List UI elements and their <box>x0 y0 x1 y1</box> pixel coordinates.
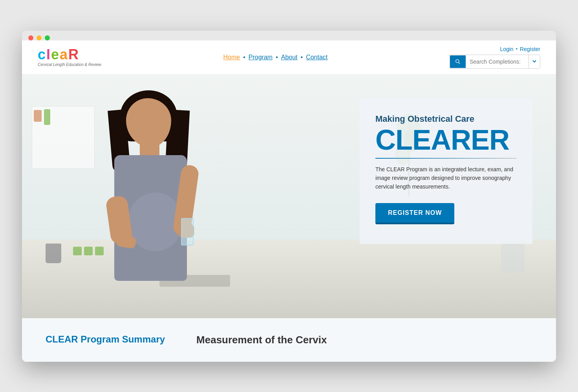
bottom-section: CLEAR Program Summary Measurement of the… <box>22 318 556 362</box>
chevron-down-icon <box>532 59 537 64</box>
bottom-left: CLEAR Program Summary <box>46 334 165 346</box>
search-bar <box>450 55 540 69</box>
svg-point-0 <box>456 59 459 62</box>
clear-program-summary-heading: CLEAR Program Summary <box>46 334 165 345</box>
nav-home[interactable]: Home <box>223 54 240 61</box>
search-icon <box>455 59 461 65</box>
nav-dot-1: • <box>243 54 245 61</box>
logo[interactable]: cIeaR <box>38 48 101 62</box>
shelf-item-2 <box>44 109 50 125</box>
logo-i: I <box>46 46 51 62</box>
header-right: Login • Register <box>450 46 540 69</box>
nav-dot-3: • <box>301 54 303 61</box>
hero-subtitle: Making Obstetrical Care <box>375 114 517 124</box>
hero-overlay-box: Making Obstetrical Care CLEARER The CLEA… <box>360 98 532 244</box>
item-right <box>501 242 525 273</box>
browser-chrome <box>22 31 556 40</box>
hero-title: CLEARER <box>375 126 517 154</box>
search-input[interactable] <box>466 55 529 68</box>
shelf-item-1 <box>34 110 42 122</box>
register-link[interactable]: Register <box>520 46 540 52</box>
register-now-button[interactable]: REGISTER NOW <box>375 203 454 224</box>
nav-program[interactable]: Program <box>249 54 273 61</box>
logo-e: e <box>51 46 60 62</box>
maximize-button[interactable] <box>45 35 50 40</box>
nav-about[interactable]: About <box>281 54 298 61</box>
logo-tagline: Cervical Length Education & Review <box>38 62 101 67</box>
svg-line-1 <box>459 62 460 64</box>
measurement-cervix-heading: Measurement of the Cervix <box>196 334 327 346</box>
nav-dot-2: • <box>276 54 278 61</box>
browser-content: cIeaR Cervical Length Education & Review… <box>22 40 556 362</box>
search-dropdown-toggle[interactable] <box>529 55 540 68</box>
login-link[interactable]: Login <box>500 46 513 52</box>
logo-c: c <box>38 46 46 62</box>
main-nav: Home • Program • About • Contact <box>223 54 327 61</box>
auth-links: Login • Register <box>500 46 540 52</box>
site-header: cIeaR Cervical Length Education & Review… <box>22 40 556 75</box>
hero-section: Making Obstetrical Care CLEARER The CLEA… <box>22 75 556 318</box>
nav-contact[interactable]: Contact <box>306 54 327 61</box>
logo-a: a <box>60 46 68 62</box>
hero-description: The CLEAR Program is an integrated lectu… <box>375 165 517 191</box>
bottom-right: Measurement of the Cervix <box>196 334 327 346</box>
minimize-button[interactable] <box>37 35 42 40</box>
search-button[interactable] <box>450 55 466 68</box>
browser-window: cIeaR Cervical Length Education & Review… <box>22 31 556 362</box>
logo-area: cIeaR Cervical Length Education & Review <box>38 48 101 67</box>
close-button[interactable] <box>28 35 33 40</box>
logo-r: R <box>68 46 79 62</box>
hero-divider <box>375 158 517 159</box>
auth-separator: • <box>516 46 518 52</box>
